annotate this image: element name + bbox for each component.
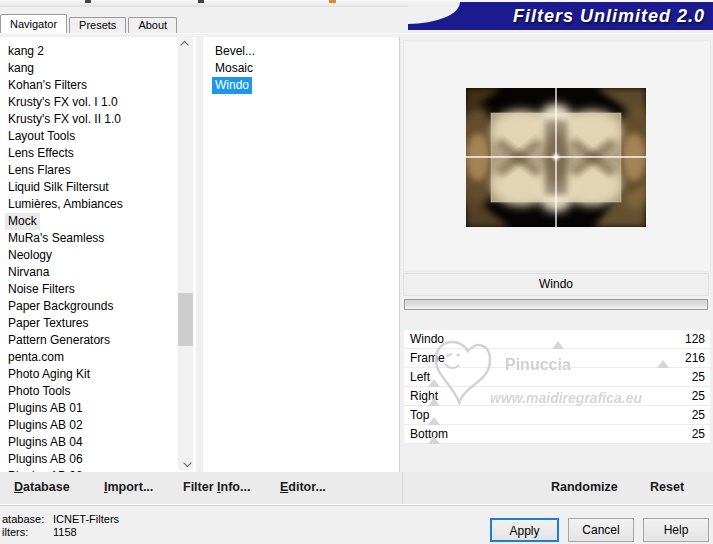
- slider-thumb[interactable]: [428, 398, 440, 406]
- banner-title: Filters Unlimited 2.0: [513, 6, 705, 27]
- category-label: Layout Tools: [5, 128, 78, 145]
- category-list-item[interactable]: Plugins AB 04: [0, 434, 196, 451]
- slider-thumb[interactable]: [428, 379, 440, 387]
- scroll-down-button[interactable]: [178, 455, 193, 470]
- background-mark: [85, 0, 91, 3]
- slider-thumb[interactable]: [428, 436, 440, 444]
- filter-label: Bevel...: [212, 43, 258, 60]
- category-list-item[interactable]: Pattern Generators: [0, 332, 196, 349]
- database-status-label: atabase:: [2, 513, 50, 526]
- database-status-row: atabase: ICNET-Filters: [2, 513, 119, 526]
- category-list-item[interactable]: MuRa's Seamless: [0, 230, 196, 247]
- filter-count-label: ilters:: [2, 526, 50, 539]
- category-list-item[interactable]: Lumières, Ambiances: [0, 196, 196, 213]
- category-label: MuRa's Seamless: [5, 230, 107, 247]
- randomize-button[interactable]: Randomize: [551, 480, 618, 494]
- parameter-slider[interactable]: Right 25: [404, 387, 710, 406]
- category-list-item[interactable]: Paper Textures: [0, 315, 196, 332]
- filters-unlimited-dialog: Filters Unlimited 2.0 Navigator Presets …: [0, 0, 713, 544]
- category-list-item[interactable]: Plugins AB 06: [0, 451, 196, 468]
- chevron-down-icon: [183, 458, 191, 466]
- filter-list-item[interactable]: Mosaic: [203, 60, 399, 77]
- category-label: kang 2: [5, 43, 47, 60]
- category-list-item[interactable]: Krusty's FX vol. II 1.0: [0, 111, 196, 128]
- category-label: Lumières, Ambiances: [5, 196, 126, 213]
- slider-label: Left: [410, 370, 430, 384]
- cancel-button[interactable]: Cancel: [568, 518, 634, 542]
- database-button[interactable]: Database: [14, 480, 70, 494]
- category-list-item[interactable]: Paper Backgrounds: [0, 298, 196, 315]
- category-scrollbar[interactable]: [178, 37, 193, 470]
- category-list-item[interactable]: penta.com: [0, 349, 196, 366]
- tab-presets[interactable]: Presets: [69, 17, 126, 33]
- parameter-slider[interactable]: Windo 128: [404, 330, 710, 349]
- panel-divider: [402, 472, 403, 504]
- category-list-item[interactable]: Lens Flares: [0, 162, 196, 179]
- category-list-item[interactable]: Kohan's Filters: [0, 77, 196, 94]
- progress-bar: [404, 299, 708, 310]
- import-button[interactable]: Import...: [104, 480, 153, 494]
- parameter-slider[interactable]: Frame 216: [404, 349, 710, 368]
- filter-label: Mosaic: [212, 60, 256, 77]
- category-list[interactable]: kang 2 kang Kohan's Filters Krusty's FX …: [0, 37, 196, 473]
- slider-label: Windo: [410, 332, 444, 346]
- slider-thumb[interactable]: [552, 341, 564, 349]
- filter-count-row: ilters: 1158: [2, 526, 119, 539]
- filter-list[interactable]: Bevel... Mosaic Windo: [203, 37, 400, 473]
- category-list-item[interactable]: kang 2: [0, 43, 196, 60]
- parameter-slider[interactable]: Top 25: [404, 406, 710, 425]
- command-row: Database Import... Filter Info... Editor…: [0, 472, 713, 505]
- slider-value: 25: [692, 370, 705, 384]
- category-label: Neology: [5, 247, 55, 264]
- chevron-up-icon: [180, 40, 188, 48]
- category-list-item[interactable]: Neology: [0, 247, 196, 264]
- background-mark: [198, 0, 204, 3]
- category-list-item[interactable]: kang: [0, 60, 196, 77]
- category-label: Liquid Silk Filtersut: [5, 179, 112, 196]
- category-list-item[interactable]: Plugins AB 01: [0, 400, 196, 417]
- status-bar: atabase: ICNET-Filters ilters: 1158 Appl…: [0, 505, 713, 544]
- category-list-item[interactable]: Photo Tools: [0, 383, 196, 400]
- apply-button[interactable]: Apply: [490, 518, 559, 542]
- category-list-item[interactable]: Lens Effects: [0, 145, 196, 162]
- slider-value: 128: [685, 332, 705, 346]
- category-list-item[interactable]: Noise Filters: [0, 281, 196, 298]
- title-banner: Filters Unlimited 2.0: [408, 2, 713, 30]
- tab-navigator[interactable]: Navigator: [0, 14, 67, 33]
- filter-count-value: 1158: [53, 526, 77, 538]
- category-label: Plugins AB 02: [5, 417, 86, 434]
- category-list-item[interactable]: Krusty's FX vol. I 1.0: [0, 94, 196, 111]
- editor-button[interactable]: Editor...: [280, 480, 326, 494]
- preview-panel: Windo Windo 128 Frame 216 Left 25: [401, 34, 713, 473]
- category-label: Photo Tools: [5, 383, 74, 400]
- slider-thumb[interactable]: [657, 360, 669, 368]
- filter-info-button[interactable]: Filter Info...: [183, 480, 250, 494]
- category-list-item[interactable]: Layout Tools: [0, 128, 196, 145]
- category-label: kang: [5, 60, 37, 77]
- category-label: Paper Textures: [5, 315, 92, 332]
- reset-button[interactable]: Reset: [650, 480, 684, 494]
- category-label: Krusty's FX vol. II 1.0: [5, 111, 124, 128]
- category-list-item[interactable]: Liquid Silk Filtersut: [0, 179, 196, 196]
- selected-filter-header: Windo: [403, 273, 709, 296]
- slider-thumb[interactable]: [428, 417, 440, 425]
- filter-list-item[interactable]: Windo: [203, 77, 399, 94]
- category-label: Plugins AB 01: [5, 400, 86, 417]
- scrollbar-thumb[interactable]: [178, 293, 193, 346]
- category-label: Paper Backgrounds: [5, 298, 116, 315]
- tab-about[interactable]: About: [128, 17, 177, 33]
- filter-label: Windo: [212, 77, 252, 94]
- slider-label: Top: [410, 408, 429, 422]
- category-list-item[interactable]: Plugins AB 02: [0, 417, 196, 434]
- scroll-up-button[interactable]: [178, 37, 193, 52]
- tab-bar: Navigator Presets About: [0, 14, 179, 33]
- category-label: penta.com: [5, 349, 67, 366]
- help-button[interactable]: Help: [643, 518, 709, 542]
- category-list-item[interactable]: Nirvana: [0, 264, 196, 281]
- category-list-item[interactable]: Photo Aging Kit: [0, 366, 196, 383]
- parameter-slider[interactable]: Bottom 25: [404, 425, 710, 444]
- filter-list-item[interactable]: Bevel...: [203, 43, 399, 60]
- parameter-slider[interactable]: Left 25: [404, 368, 710, 387]
- category-list-item[interactable]: Mock: [0, 213, 196, 230]
- preview-image: [466, 88, 646, 227]
